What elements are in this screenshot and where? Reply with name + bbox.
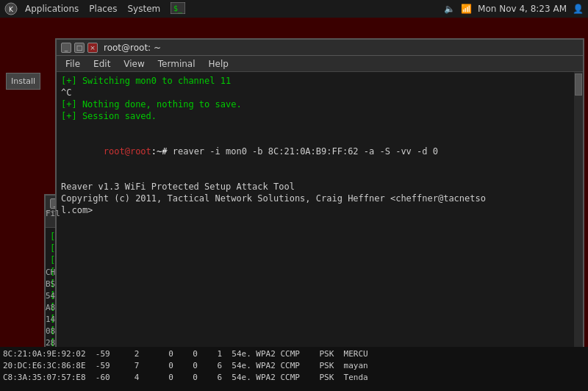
t1-line-2: ^C bbox=[61, 87, 578, 98]
fil-label: Fil bbox=[46, 209, 60, 218]
menu-terminal-1[interactable]: Terminal bbox=[152, 57, 201, 71]
minimize-btn-1[interactable]: _ bbox=[61, 43, 71, 53]
14-label: 14 bbox=[46, 315, 55, 324]
scrollbar-thumb-1[interactable] bbox=[575, 73, 582, 96]
scrollbar-1[interactable] bbox=[574, 72, 583, 391]
terminal-1-menubar: File Edit View Terminal Help bbox=[57, 56, 583, 72]
volume-icon[interactable]: 🔈 bbox=[444, 4, 455, 14]
top-bar-right: 🔈 📶 Mon Nov 4, 8:23 AM 👤 bbox=[444, 4, 584, 14]
net-row-1: 8C:21:0A:9E:92:02 -59 2 0 0 1 54e. WPA2 … bbox=[3, 348, 585, 360]
menu-edit-1[interactable]: Edit bbox=[87, 57, 116, 71]
t1-prompt-line: root@root:~# reaver -i mon0 -b 8C:21:0A:… bbox=[61, 134, 578, 169]
terminal-1-title: root@root: ~ bbox=[104, 43, 578, 53]
prompt-command: reaver -i mon0 -b 8C:21:0A:B9:FF:62 -a -… bbox=[173, 146, 438, 157]
prompt-user: root@root bbox=[104, 146, 151, 157]
menu-file-1[interactable]: File bbox=[60, 57, 86, 71]
menu-help-1[interactable]: Help bbox=[203, 57, 234, 71]
top-system-bar: K Applications Places System $_ 🔈 📶 Mon … bbox=[0, 0, 588, 18]
kali-logo-icon: K bbox=[4, 2, 18, 15]
t1-line-8: Reaver v1.3 WiFi Protected Setup Attack … bbox=[61, 181, 578, 193]
top-bar-left: K Applications Places System $_ bbox=[4, 1, 190, 18]
terminal-1-body: [+] Switching mon0 to channel 11 ^C [+] … bbox=[57, 72, 583, 391]
terminal-launcher[interactable]: $_ bbox=[166, 1, 190, 18]
t1-line-7 bbox=[61, 169, 578, 181]
applications-menu[interactable]: Applications bbox=[21, 2, 83, 15]
menu-view-1[interactable]: View bbox=[118, 57, 150, 71]
net-row-3: C8:3A:35:07:57:E8 -60 4 0 0 6 54e. WPA2 … bbox=[3, 372, 585, 384]
ch-label: CH bbox=[46, 268, 55, 277]
install-button[interactable]: Install bbox=[6, 73, 40, 90]
places-menu[interactable]: Places bbox=[85, 2, 121, 15]
network-icon[interactable]: 📶 bbox=[461, 4, 472, 14]
a8-label: A8 bbox=[46, 303, 55, 312]
maximize-btn-1[interactable]: □ bbox=[74, 43, 85, 53]
network-scan-bar: 8C:21:0A:9E:92:02 -59 2 0 0 1 54e. WPA2 … bbox=[0, 347, 588, 391]
t1-line-3: [+] Nothing done, nothing to save. bbox=[61, 98, 578, 110]
svg-text:$_: $_ bbox=[173, 4, 183, 13]
close-btn-1[interactable]: × bbox=[87, 43, 98, 53]
t1-line-10: l.com> bbox=[61, 204, 578, 216]
t1-line-5 bbox=[61, 122, 578, 134]
t1-line-11 bbox=[61, 216, 578, 228]
08-label: 08 bbox=[46, 326, 55, 336]
datetime: Mon Nov 4, 8:23 AM bbox=[478, 4, 567, 14]
system-menu[interactable]: System bbox=[123, 2, 165, 15]
t1-line-1: [+] Switching mon0 to channel 11 bbox=[61, 75, 578, 87]
desktop: ck | track 5 Install Fil CH BS 54 A8 14 … bbox=[0, 18, 588, 391]
terminal-window-1: _ □ × root@root: ~ File Edit View Termin… bbox=[55, 38, 584, 391]
net-row-2: 20:DC:E6:3C:86:8E -59 7 0 0 6 54e. WPA2 … bbox=[3, 360, 585, 372]
user-icon: 👤 bbox=[573, 4, 584, 14]
terminal-icon: $_ bbox=[171, 2, 185, 14]
54-label: 54 bbox=[46, 291, 55, 301]
bs-label: BS bbox=[46, 279, 55, 289]
t1-line-9: Copyright (c) 2011, Tactical Network Sol… bbox=[61, 193, 578, 204]
terminal-1-titlebar: _ □ × root@root: ~ bbox=[57, 40, 583, 56]
prompt-path: :~# bbox=[151, 146, 173, 157]
t1-line-4: [+] Session saved. bbox=[61, 110, 578, 122]
